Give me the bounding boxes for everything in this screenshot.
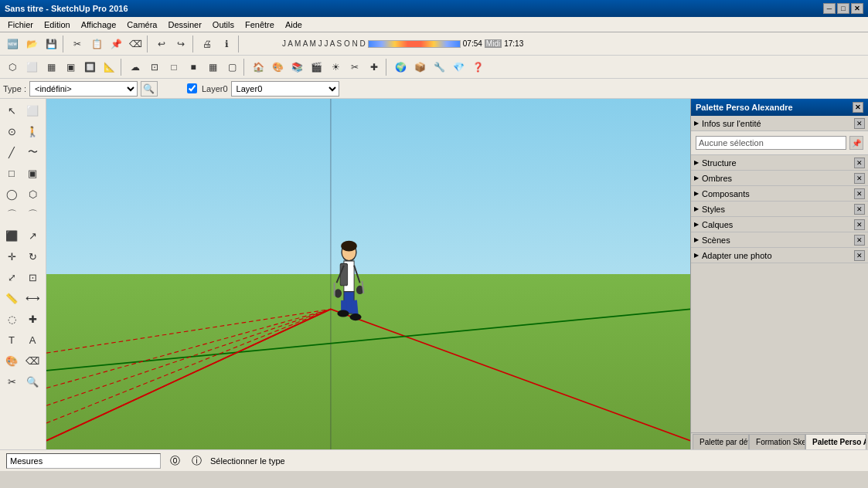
menu-item-dessiner[interactable]: Dessiner — [163, 19, 206, 31]
shadow-button[interactable]: ☀ — [326, 58, 345, 76]
section-button[interactable]: ✂ — [345, 58, 364, 76]
scene-button[interactable]: 🎬 — [307, 58, 325, 76]
composants-section[interactable]: ▶ Composants ✕ — [691, 186, 868, 202]
ombres-section[interactable]: ▶ Ombres ✕ — [691, 171, 868, 186]
status-icon-2[interactable]: ⓘ — [189, 453, 204, 469]
protractor-tool[interactable]: ◌ — [2, 309, 22, 329]
line-tool[interactable]: ╱ — [2, 142, 22, 162]
hidden-line-button[interactable]: □ — [165, 58, 183, 76]
select-tool[interactable]: ↖ — [2, 100, 22, 120]
open-button[interactable]: 📂 — [22, 35, 41, 53]
ruby-console-button[interactable]: 💎 — [449, 58, 468, 76]
adapter-close[interactable]: ✕ — [854, 250, 865, 261]
tape-tool[interactable]: 📏 — [2, 288, 22, 308]
push-pull-tool[interactable]: ⬛ — [2, 225, 22, 246]
ombres-close[interactable]: ✕ — [854, 173, 865, 184]
close-button[interactable]: ✕ — [851, 3, 863, 14]
follow-me-tool[interactable]: ↗ — [22, 225, 43, 246]
tab-palette-perso[interactable]: Palette Perso A... — [805, 434, 866, 449]
copy-button[interactable]: 📋 — [87, 35, 106, 53]
composants-close[interactable]: ✕ — [854, 188, 865, 199]
eraser-tool[interactable]: ⌫ — [22, 351, 43, 371]
menu-item-affichage[interactable]: Affichage — [77, 19, 121, 31]
scenes-section[interactable]: ▶ Scènes ✕ — [691, 232, 868, 248]
structure-section[interactable]: ▶ Structure ✕ — [691, 155, 868, 171]
menu-item-fenêtre[interactable]: Fenêtre — [240, 19, 279, 31]
polygon-tool[interactable]: ⬡ — [22, 184, 43, 204]
adapter-section[interactable]: ▶ Adapter une photo ✕ — [691, 248, 868, 263]
geo-location-button[interactable]: 🌍 — [391, 58, 410, 76]
maximize-button[interactable]: □ — [837, 3, 849, 14]
type-select[interactable]: <indéfini> — [29, 81, 138, 97]
component-button[interactable]: 🏠 — [249, 58, 267, 76]
erase-button[interactable]: ⌫ — [126, 35, 145, 53]
3d-warehouse-button[interactable]: 📦 — [410, 58, 429, 76]
walk-tool[interactable]: 🚶 — [22, 121, 43, 141]
3d-text-tool[interactable]: A — [22, 330, 43, 350]
paint-tool[interactable]: 🎨 — [2, 351, 22, 371]
section-plane-tool[interactable]: ✂ — [2, 371, 22, 391]
model-info-button[interactable]: ℹ — [217, 35, 236, 53]
new-button[interactable]: 🆕 — [3, 35, 22, 53]
paste-button[interactable]: 📌 — [107, 35, 125, 53]
calques-close[interactable]: ✕ — [854, 219, 865, 230]
structure-close[interactable]: ✕ — [854, 158, 865, 168]
axes-tool[interactable]: ✚ — [22, 309, 43, 329]
menu-item-fichier[interactable]: Fichier — [3, 19, 38, 31]
arc-tool[interactable]: ⌒ — [2, 205, 22, 225]
rect-tool[interactable]: □ — [2, 163, 22, 183]
orbit-tool[interactable]: ⊙ — [2, 121, 22, 141]
material-button[interactable]: 🎨 — [268, 58, 287, 76]
entity-info-header[interactable]: ▶ Infos sur l'entité ✕ — [691, 116, 868, 131]
styles-section[interactable]: ▶ Styles ✕ — [691, 202, 868, 217]
entity-pin-button[interactable]: 📌 — [849, 136, 863, 150]
layer-button[interactable]: 📚 — [288, 58, 306, 76]
status-icon-1[interactable]: ⓪ — [167, 453, 182, 469]
menu-item-outils[interactable]: Outils — [208, 19, 239, 31]
perspective-button[interactable]: 🔲 — [80, 58, 99, 76]
offset-tool[interactable]: ⊡ — [22, 267, 43, 287]
tab-formation[interactable]: Formation Ske... — [749, 434, 805, 449]
parallel-button[interactable]: 📐 — [100, 58, 118, 76]
save-button[interactable]: 💾 — [42, 35, 60, 53]
shaded-button[interactable]: ■ — [184, 58, 203, 76]
time-gradient[interactable] — [368, 40, 461, 48]
right-view-button[interactable]: ▣ — [61, 58, 80, 76]
viewport[interactable] — [46, 99, 690, 449]
component-select-tool[interactable]: ⬜ — [22, 100, 43, 120]
scale-tool[interactable]: ⤢ — [2, 267, 22, 287]
styles-close[interactable]: ✕ — [854, 204, 865, 215]
cut-button[interactable]: ✂ — [68, 35, 87, 53]
calques-section[interactable]: ▶ Calques ✕ — [691, 217, 868, 232]
front-view-button[interactable]: ▦ — [42, 58, 60, 76]
dim-tool[interactable]: ⟷ — [22, 288, 43, 308]
axes-button[interactable]: ✚ — [365, 58, 383, 76]
rotate-tool[interactable]: ↻ — [22, 246, 43, 266]
zoom-tool[interactable]: 🔍 — [22, 371, 43, 391]
scenes-close[interactable]: ✕ — [854, 235, 865, 246]
circle-tool[interactable]: ◯ — [2, 184, 22, 204]
redo-button[interactable]: ↪ — [172, 35, 190, 53]
arc2-tool[interactable]: ⌒ — [22, 205, 43, 225]
panel-close-button[interactable]: ✕ — [853, 102, 863, 113]
iso-view-button[interactable]: ⬡ — [3, 58, 22, 76]
layer-select[interactable]: Layer0 — [231, 81, 339, 97]
rotated-rect-tool[interactable]: ▣ — [22, 163, 43, 183]
instructor-button[interactable]: ❓ — [468, 58, 487, 76]
monochrome-button[interactable]: ▢ — [223, 58, 241, 76]
tab-palette-default[interactable]: Palette par déf... — [693, 434, 749, 449]
print-button[interactable]: 🖨 — [198, 35, 216, 53]
xray-button[interactable]: ☁ — [126, 58, 145, 76]
menu-item-edition[interactable]: Edition — [39, 19, 75, 31]
move-tool[interactable]: ✛ — [2, 246, 22, 266]
entity-info-close[interactable]: ✕ — [854, 118, 865, 129]
layer-checkbox[interactable] — [187, 83, 197, 93]
text-tool[interactable]: T — [2, 330, 22, 350]
type-search-button[interactable]: 🔍 — [141, 81, 158, 97]
freehand-tool[interactable]: 〜 — [22, 142, 43, 162]
shaded-texture-button[interactable]: ▦ — [203, 58, 222, 76]
wireframe-button[interactable]: ⊡ — [145, 58, 164, 76]
undo-button[interactable]: ↩ — [152, 35, 171, 53]
menu-item-caméra[interactable]: Caméra — [122, 19, 162, 31]
extension-button[interactable]: 🔧 — [430, 58, 448, 76]
